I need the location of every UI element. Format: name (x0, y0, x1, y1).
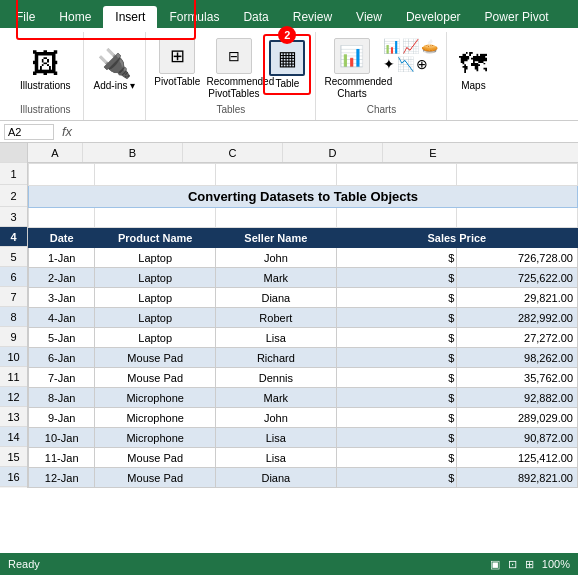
table-row (29, 208, 578, 228)
table-button[interactable]: 2 ▦ Table (263, 34, 311, 95)
more-charts-icon[interactable]: ⊕ (416, 56, 428, 72)
tables-group-label: Tables (150, 104, 311, 118)
table-row: 5-Jan Laptop Lisa $ 27,272.00 (29, 328, 578, 348)
maps-group: 🗺 Maps . (447, 32, 499, 120)
table-row: 7-Jan Mouse Pad Dennis $ 35,762.00 (29, 368, 578, 388)
status-bar: Ready ▣ ⊡ ⊞ 100% (0, 553, 578, 575)
view-buttons: ▣ ⊡ ⊞ 100% (490, 558, 570, 571)
recommended-pivottables-button[interactable]: ⊟ Recommended PivotTables (206, 34, 261, 104)
row-num-5: 5 (0, 247, 27, 267)
tab-bar: File Home Insert Formulas Data Review Vi… (0, 0, 578, 28)
row-num-8: 8 (0, 307, 27, 327)
sheet-content: A B C D E Converting Datasets to Table O… (28, 143, 578, 488)
title-cell[interactable]: Converting Datasets to Table Objects (29, 186, 578, 208)
line-chart-icon[interactable]: 📈 (402, 38, 419, 54)
title-row: Converting Datasets to Table Objects (29, 186, 578, 208)
row-num-16: 16 (0, 467, 27, 487)
illustrations-button[interactable]: 🖼 Illustrations (16, 34, 75, 104)
col-header-c: C (183, 143, 283, 162)
formula-input[interactable] (80, 126, 574, 138)
pivottable-label: PivotTable (154, 76, 200, 88)
status-text: Ready (8, 558, 40, 570)
recommended-pivottables-label: Recommended PivotTables (206, 76, 261, 100)
header-seller[interactable]: Seller Name (216, 228, 337, 248)
header-price[interactable]: Sales Price (336, 228, 577, 248)
row-num-11: 11 (0, 367, 27, 387)
row-num-3: 3 (0, 207, 27, 227)
bar-chart-icon[interactable]: 📊 (383, 38, 400, 54)
table-row: 2-Jan Laptop Mark $ 725,622.00 (29, 268, 578, 288)
formula-bar: fx (0, 121, 578, 143)
row-num-1: 1 (0, 163, 27, 185)
header-product[interactable]: Product Name (95, 228, 216, 248)
table-label: Table (275, 78, 299, 89)
tab-insert[interactable]: Insert (103, 6, 157, 28)
tab-developer[interactable]: Developer (394, 6, 473, 28)
ribbon: 🖼 Illustrations Illustrations 🔌 Add-ins … (0, 28, 578, 121)
tab-formulas[interactable]: Formulas (157, 6, 231, 28)
table-row: 10-Jan Microphone Lisa $ 90,872.00 (29, 428, 578, 448)
row-num-2: 2 (0, 185, 27, 207)
zoom-level: 100% (542, 558, 570, 571)
row-num-9: 9 (0, 327, 27, 347)
col-header-corner (0, 143, 27, 163)
col-header-a: A (28, 143, 83, 162)
row-num-14: 14 (0, 427, 27, 447)
area-chart-icon[interactable]: 📉 (397, 56, 414, 72)
row-num-10: 10 (0, 347, 27, 367)
tab-data[interactable]: Data (231, 6, 280, 28)
row-num-12: 12 (0, 387, 27, 407)
col-header-e: E (383, 143, 483, 162)
page-layout-icon[interactable]: ⊡ (508, 558, 517, 571)
row-num-13: 13 (0, 407, 27, 427)
row-num-4: 4 (0, 227, 27, 247)
badge-2: 2 (278, 26, 296, 44)
pie-chart-icon[interactable]: 🥧 (421, 38, 438, 54)
table-icon: ▦ (269, 40, 305, 76)
data-table: Converting Datasets to Table Objects Dat… (28, 163, 578, 488)
maps-label: Maps (461, 80, 485, 91)
charts-group-label: Charts (324, 104, 438, 118)
table-row: 1-Jan Laptop John $ 726,728.00 (29, 248, 578, 268)
table-row: 12-Jan Mouse Pad Diana $ 892,821.00 (29, 468, 578, 488)
tab-home[interactable]: Home (47, 6, 103, 28)
maps-icon: 🗺 (459, 47, 487, 80)
normal-view-icon[interactable]: ▣ (490, 558, 500, 571)
col-headers-row: A B C D E (28, 143, 578, 163)
tab-view[interactable]: View (344, 6, 394, 28)
header-row: Date Product Name Seller Name Sales Pric… (29, 228, 578, 248)
tab-review[interactable]: Review (281, 6, 344, 28)
pivottable-icon: ⊞ (159, 38, 195, 74)
illustrations-label: Illustrations (20, 80, 71, 92)
table-row: 8-Jan Microphone Mark $ 92,882.00 (29, 388, 578, 408)
table-row: 3-Jan Laptop Diana $ 29,821.00 (29, 288, 578, 308)
row-numbers: 1 2 3 4 5 6 7 8 9 10 11 12 13 14 15 16 (0, 143, 28, 488)
scatter-chart-icon[interactable]: ✦ (383, 56, 395, 72)
recommended-charts-label: Recommended Charts (324, 76, 379, 100)
col-header-b: B (83, 143, 183, 162)
maps-button[interactable]: 🗺 Maps (455, 34, 491, 104)
table-row: 9-Jan Microphone John $ 289,029.00 (29, 408, 578, 428)
illustrations-icon: 🖼 (31, 47, 59, 80)
page-break-icon[interactable]: ⊞ (525, 558, 534, 571)
row-num-6: 6 (0, 267, 27, 287)
name-box[interactable] (4, 124, 54, 140)
row-num-7: 7 (0, 287, 27, 307)
tab-file[interactable]: File (4, 6, 47, 28)
table-row: 4-Jan Laptop Robert $ 282,992.00 (29, 308, 578, 328)
fx-label: fx (58, 124, 76, 139)
recommended-pivottables-icon: ⊟ (216, 38, 252, 74)
row-num-15: 15 (0, 447, 27, 467)
tab-powerpivot[interactable]: Power Pivot (473, 6, 561, 28)
pivottable-button[interactable]: ⊞ PivotTable (150, 34, 204, 92)
illustrations-group-label: Illustrations (20, 104, 71, 118)
spreadsheet-area: 1 2 3 4 5 6 7 8 9 10 11 12 13 14 15 16 A… (0, 143, 578, 488)
addins-label: Add-ins ▾ (94, 80, 136, 92)
table-row (29, 164, 578, 186)
tables-group: 1 ⊞ PivotTable ⊟ Recommended PivotTables… (146, 32, 316, 120)
addins-button[interactable]: 🔌 Add-ins ▾ (90, 34, 140, 104)
header-date[interactable]: Date (29, 228, 95, 248)
col-header-d: D (283, 143, 383, 162)
recommended-charts-button[interactable]: 📊 Recommended Charts (324, 34, 379, 104)
charts-group: 📊 Recommended Charts 📊 📈 🥧 ✦ 📉 ⊕ (316, 32, 447, 120)
